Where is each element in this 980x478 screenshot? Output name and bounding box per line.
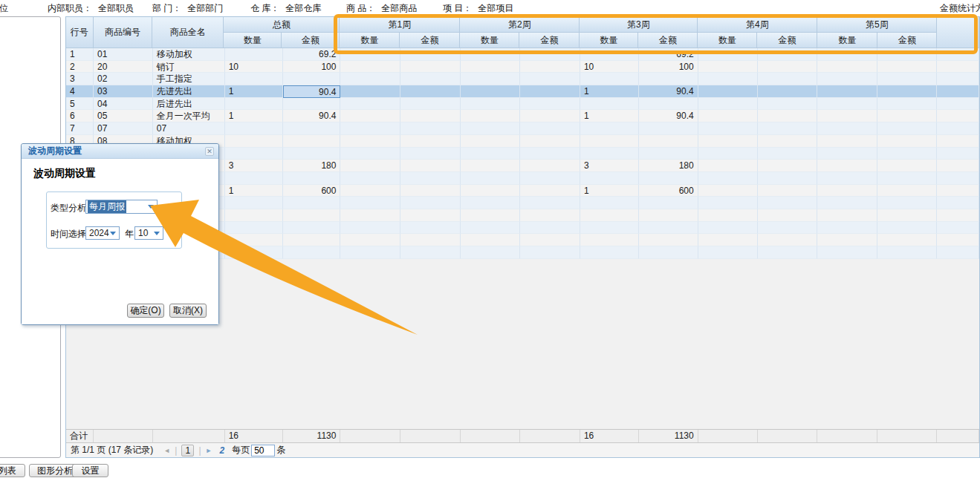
cell[interactable] <box>461 197 520 209</box>
table-row[interactable]: 504后进先出 <box>66 98 979 111</box>
cell[interactable] <box>225 209 283 222</box>
cell[interactable] <box>225 73 283 85</box>
cell[interactable]: 1 <box>66 48 94 61</box>
filter-item[interactable]: 部 门：全部部门 <box>152 2 223 15</box>
cell[interactable] <box>877 148 937 160</box>
cell[interactable] <box>698 85 758 98</box>
cell[interactable] <box>520 85 580 98</box>
cell[interactable]: 05 <box>94 110 153 122</box>
cell[interactable] <box>817 160 877 172</box>
cell[interactable] <box>580 172 639 185</box>
cell[interactable]: 2 <box>66 61 94 73</box>
cell[interactable] <box>698 110 758 122</box>
cell[interactable] <box>937 172 979 185</box>
cell[interactable] <box>698 135 758 148</box>
cell[interactable] <box>283 73 341 85</box>
cell[interactable] <box>340 85 400 98</box>
column-group-header[interactable]: 总额 <box>224 17 340 33</box>
cell[interactable] <box>520 197 580 209</box>
cell[interactable] <box>580 48 639 61</box>
cell[interactable] <box>758 160 818 172</box>
cell[interactable] <box>340 135 400 148</box>
cell[interactable] <box>461 209 520 222</box>
filter-item[interactable]: 内部职员：全部职员 <box>48 2 134 15</box>
cell[interactable] <box>639 122 698 135</box>
cell[interactable] <box>758 234 818 246</box>
cell[interactable] <box>283 234 341 246</box>
cell[interactable]: 5 <box>66 98 94 111</box>
cell[interactable]: 后进先出 <box>153 98 225 111</box>
cell[interactable] <box>520 185 580 197</box>
cell[interactable] <box>340 197 400 209</box>
cell[interactable]: 1 <box>225 185 283 197</box>
cell[interactable] <box>400 98 461 111</box>
cell[interactable] <box>877 246 937 259</box>
cell[interactable]: 10 <box>225 61 283 73</box>
cell[interactable] <box>937 197 979 209</box>
cell[interactable] <box>698 234 758 246</box>
cell[interactable] <box>340 148 400 160</box>
cell[interactable] <box>937 234 979 246</box>
cell[interactable] <box>698 185 758 197</box>
table-row[interactable]: 70707 <box>66 122 979 135</box>
table-row[interactable]: 220销订1010010100 <box>66 61 979 73</box>
cell[interactable]: 01 <box>94 48 153 61</box>
cell[interactable] <box>340 246 400 259</box>
cell[interactable] <box>877 209 937 222</box>
cell[interactable]: 3 <box>225 160 283 172</box>
cell[interactable] <box>580 73 639 85</box>
cell[interactable] <box>817 246 877 259</box>
cell[interactable] <box>520 61 580 73</box>
cell[interactable]: 10 <box>580 61 639 73</box>
cell[interactable] <box>461 185 520 197</box>
cell[interactable] <box>225 222 283 235</box>
cell[interactable] <box>400 160 461 172</box>
cell[interactable]: 03 <box>94 85 153 98</box>
cell[interactable] <box>639 197 698 209</box>
cell[interactable] <box>698 172 758 185</box>
cell[interactable] <box>520 172 580 185</box>
cell[interactable]: 69.2 <box>639 48 698 61</box>
cell[interactable] <box>817 197 877 209</box>
cell[interactable] <box>639 98 698 111</box>
cell[interactable] <box>461 98 520 111</box>
cell[interactable] <box>937 135 979 148</box>
cell[interactable] <box>817 61 877 73</box>
dialog-titlebar[interactable]: 波动周期设置 ✕ <box>22 144 218 159</box>
cell[interactable] <box>461 110 520 122</box>
cell[interactable] <box>817 85 877 98</box>
type-analysis-select[interactable]: 每月周报 <box>85 200 158 214</box>
cell[interactable] <box>758 246 818 259</box>
cell[interactable] <box>520 222 580 235</box>
cell[interactable] <box>520 122 580 135</box>
cell[interactable] <box>877 122 937 135</box>
filter-item[interactable]: 项 目：全部项目 <box>443 2 513 15</box>
cell[interactable] <box>937 48 979 61</box>
cell[interactable] <box>698 48 758 61</box>
cell[interactable] <box>461 48 520 61</box>
cell[interactable] <box>580 246 639 259</box>
cell[interactable] <box>340 185 400 197</box>
cell[interactable] <box>698 98 758 111</box>
cell[interactable] <box>340 110 400 122</box>
cell[interactable] <box>758 222 818 235</box>
page-2-link[interactable]: 2 <box>219 445 224 456</box>
cell[interactable] <box>937 222 979 235</box>
cell[interactable] <box>225 246 283 259</box>
cell[interactable] <box>877 61 937 73</box>
cell[interactable] <box>340 48 400 61</box>
column-subheader[interactable]: 金额 <box>282 33 340 48</box>
cell[interactable] <box>461 172 520 185</box>
cell[interactable] <box>877 73 937 85</box>
cell[interactable] <box>639 209 698 222</box>
cell[interactable]: 04 <box>94 98 153 111</box>
cell[interactable] <box>937 110 979 122</box>
cell[interactable] <box>817 73 877 85</box>
table-row[interactable]: 101移动加权69.269.2 <box>66 48 979 61</box>
cell[interactable] <box>698 61 758 73</box>
next-page-icon[interactable]: ► <box>206 447 212 454</box>
cell[interactable]: 90.4 <box>639 110 698 122</box>
cell[interactable] <box>283 172 341 185</box>
cell[interactable] <box>817 122 877 135</box>
cell[interactable] <box>639 246 698 259</box>
